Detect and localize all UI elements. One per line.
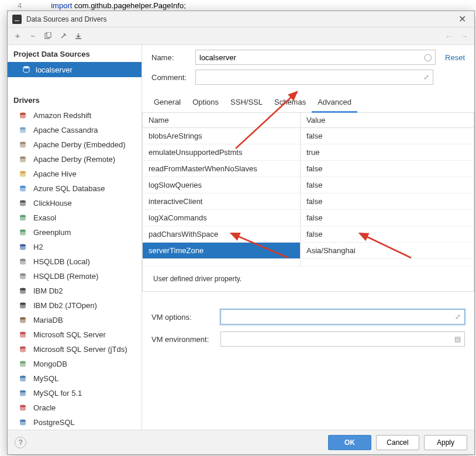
property-row[interactable]: padCharsWithSpacefalse (143, 226, 474, 243)
apply-button[interactable]: Apply (424, 435, 467, 450)
tab-advanced[interactable]: Advanced (312, 94, 357, 113)
make-global-button[interactable] (72, 30, 85, 43)
vm-options-field[interactable] (225, 310, 449, 324)
tab-options[interactable]: Options (187, 94, 225, 112)
comment-input-field[interactable] (199, 70, 418, 84)
data-source-label: localserver (36, 65, 73, 74)
property-name[interactable]: serverTimeZone (143, 243, 301, 259)
driver-item[interactable]: ClickHouse (8, 196, 142, 210)
driver-item[interactable]: MongoDB (8, 357, 142, 371)
driver-item[interactable]: Apache Cassandra (8, 123, 142, 137)
tab-schemas[interactable]: Schemas (268, 94, 312, 112)
expand-icon[interactable]: ⤢ (455, 313, 461, 321)
property-value[interactable]: false (301, 194, 474, 210)
driver-item[interactable]: IBM Db2 (JTOpen) (8, 298, 142, 313)
driver-item[interactable]: Greenplum (8, 225, 142, 240)
driver-item[interactable]: Apache Derby (Remote) (8, 152, 142, 167)
property-value[interactable]: false (301, 161, 474, 177)
cancel-button[interactable]: Cancel (376, 435, 419, 450)
property-name[interactable]: readFromMasterWhenNoSlaves (143, 161, 301, 177)
comment-input[interactable]: ⤢ (195, 70, 433, 85)
drivers-header: Drivers (8, 91, 142, 108)
property-row[interactable]: serverTimeZoneAsia/Shanghai (143, 243, 474, 259)
expand-icon[interactable]: ⤢ (423, 73, 429, 81)
copy-button[interactable] (42, 30, 54, 43)
driver-label: Azure SQL Database (33, 184, 105, 193)
property-row[interactable]: interactiveClientfalse (143, 194, 474, 210)
properties-table[interactable]: Name Value blobsAreStringsfalseemulateUn… (142, 113, 474, 267)
name-input[interactable]: ◯ (195, 50, 436, 65)
property-name[interactable]: interactiveClient (143, 194, 301, 210)
driver-icon (18, 155, 27, 164)
back-button[interactable]: ← (443, 30, 456, 43)
property-value[interactable]: false (301, 128, 474, 144)
dialog-titlebar[interactable]: Data Sources and Drivers ✕ (8, 11, 474, 27)
property-name[interactable]: blobsAreStrings (143, 128, 301, 144)
driver-item[interactable]: PostgreSQL (8, 415, 142, 430)
forward-button[interactable]: → (458, 30, 471, 43)
driver-label: Apache Derby (Remote) (33, 155, 115, 164)
dialog-toolbar: ＋ － ← → (8, 27, 474, 45)
driver-label: Apache Derby (Embedded) (33, 140, 126, 149)
data-source-item[interactable]: localserver (8, 62, 142, 77)
driver-item[interactable]: Exasol (8, 210, 142, 225)
driver-item[interactable]: Microsoft SQL Server (8, 327, 142, 342)
driver-item[interactable]: H2 (8, 240, 142, 254)
property-value-placeholder[interactable] (301, 259, 474, 267)
add-button[interactable]: ＋ (11, 30, 24, 43)
driver-label: MySQL for 5.1 (33, 389, 82, 398)
property-name-placeholder[interactable] (143, 259, 301, 267)
driver-icon (18, 389, 27, 398)
property-value[interactable]: Asia/Shanghai (301, 243, 474, 259)
driver-item[interactable]: Azure SQL Database (8, 181, 142, 196)
property-value[interactable]: true (301, 144, 474, 161)
property-name[interactable]: logXaCommands (143, 210, 301, 226)
driver-item[interactable]: Amazon Redshift (8, 108, 142, 123)
close-button[interactable]: ✕ (455, 13, 470, 25)
driver-item[interactable]: MySQL for 5.1 (8, 386, 142, 400)
property-name[interactable]: emulateUnsupportedPstmts (143, 144, 301, 161)
driver-label: MariaDB (33, 316, 63, 324)
property-row[interactable]: logSlowQueriesfalse (143, 177, 474, 194)
settings-button[interactable] (57, 30, 70, 43)
property-name[interactable]: padCharsWithSpace (143, 226, 301, 243)
color-circle-icon[interactable]: ◯ (424, 53, 432, 61)
tab-sshssl[interactable]: SSH/SSL (225, 94, 268, 112)
property-value[interactable]: false (301, 177, 474, 194)
driver-item[interactable]: Apache Derby (Embedded) (8, 137, 142, 152)
vm-environment-field[interactable] (225, 332, 449, 346)
driver-item[interactable]: HSQLDB (Remote) (8, 269, 142, 284)
remove-button[interactable]: － (26, 30, 39, 43)
driver-icon (18, 126, 27, 135)
property-row[interactable]: logXaCommandsfalse (143, 210, 474, 226)
driver-item[interactable]: MariaDB (8, 313, 142, 327)
property-value[interactable]: false (301, 210, 474, 226)
driver-item[interactable]: MySQL (8, 371, 142, 386)
property-name[interactable]: logSlowQueries (143, 177, 301, 194)
vm-options-input[interactable]: ⤢ (220, 309, 465, 324)
driver-item[interactable]: Microsoft SQL Server (jTds) (8, 342, 142, 357)
property-row[interactable]: blobsAreStringsfalse (143, 128, 474, 144)
driver-label: HSQLDB (Remote) (33, 272, 98, 281)
tab-general[interactable]: General (148, 94, 187, 112)
name-input-field[interactable] (199, 50, 420, 64)
property-row-placeholder[interactable] (143, 259, 474, 267)
column-header-name[interactable]: Name (143, 113, 301, 128)
driver-icon (18, 213, 27, 223)
driver-icon (18, 301, 27, 310)
vm-environment-input[interactable]: ▤ (220, 331, 465, 347)
reset-link[interactable]: Reset (445, 53, 465, 62)
driver-item[interactable]: IBM Db2 (8, 284, 142, 298)
driver-item[interactable]: Oracle (8, 400, 142, 415)
driver-icon (18, 199, 27, 208)
property-row[interactable]: readFromMasterWhenNoSlavesfalse (143, 161, 474, 177)
help-button[interactable]: ? (15, 437, 26, 448)
driver-item[interactable]: HSQLDB (Local) (8, 254, 142, 269)
ok-button[interactable]: OK (328, 435, 371, 450)
column-header-value[interactable]: Value (301, 113, 474, 128)
property-row[interactable]: emulateUnsupportedPstmtstrue (143, 144, 474, 161)
property-value[interactable]: false (301, 226, 474, 243)
driver-item[interactable]: Apache Hive (8, 167, 142, 181)
browse-icon[interactable]: ▤ (454, 335, 461, 343)
driver-icon (18, 374, 27, 384)
